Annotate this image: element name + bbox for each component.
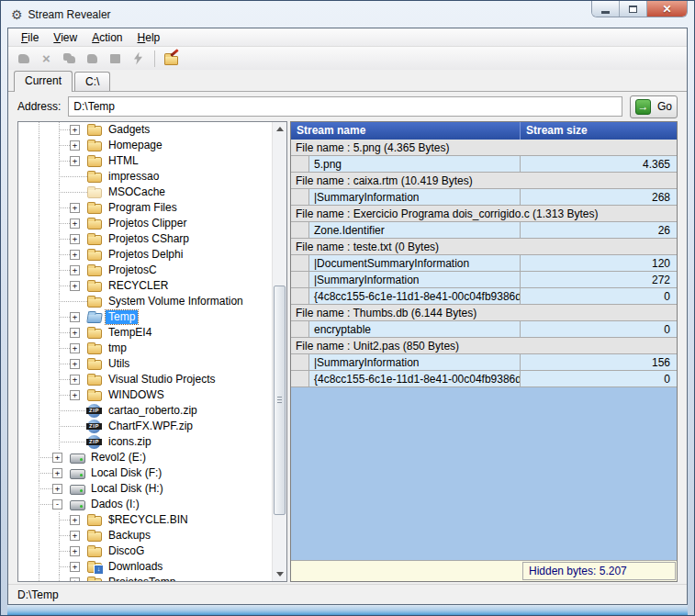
tree-item[interactable]: +TempEI4 <box>18 325 272 341</box>
tree-item[interactable]: cartao_roberto.zip <box>18 403 272 419</box>
menu-view[interactable]: View <box>46 29 84 46</box>
expand-toggle[interactable]: + <box>70 218 80 229</box>
tree-item[interactable]: +Revol2 (E:) <box>18 450 272 465</box>
title-bar[interactable]: ⚙ Stream Revealer ✕ <box>7 1 688 28</box>
tree-guide-line <box>59 223 70 224</box>
stream-row[interactable]: |DocumentSummaryInformation120 <box>291 255 677 272</box>
expand-toggle[interactable]: + <box>70 359 80 369</box>
stream-row[interactable]: {4c8cc155-6c1e-11d1-8e41-00c04fb9386d}0 <box>291 288 677 305</box>
expand-toggle[interactable]: - <box>52 499 62 510</box>
tree-item[interactable]: ChartFX.WPF.zip <box>18 419 272 434</box>
stream-name-cell: {4c8cc155-6c1e-11d1-8e41-00c04fb9386d} <box>309 288 521 304</box>
expand-toggle[interactable]: + <box>70 375 80 385</box>
tree-item[interactable]: +Downloads <box>18 559 272 575</box>
expand-toggle[interactable]: + <box>70 390 80 400</box>
save-button[interactable] <box>105 49 126 69</box>
expand-toggle[interactable]: + <box>70 250 80 260</box>
tree-item[interactable]: +Local Disk (F:) <box>18 465 272 481</box>
tree-item[interactable]: +$RECYCLE.BIN <box>18 512 272 528</box>
tree-scrollbar[interactable] <box>272 122 286 581</box>
tree-item[interactable]: MSOCache <box>18 185 272 200</box>
tree-guide-line <box>59 348 70 349</box>
tree-item-label: ChartFX.WPF.zip <box>106 420 196 433</box>
tree-item[interactable]: System Volume Information <box>18 294 272 309</box>
stream-row[interactable]: 5.png4.365 <box>291 156 677 173</box>
tree-item[interactable]: +Projetos Clipper <box>18 216 272 231</box>
expand-toggle[interactable]: + <box>52 484 62 494</box>
stream-row[interactable]: |SummaryInformation156 <box>291 354 677 371</box>
expand-toggle[interactable]: + <box>52 453 62 463</box>
expand-toggle[interactable]: + <box>52 468 62 478</box>
tree-item[interactable]: +Gadgets <box>18 122 272 138</box>
maximize-button[interactable] <box>620 1 647 17</box>
expand-toggle[interactable]: + <box>70 562 80 572</box>
expand-toggle[interactable]: + <box>70 265 80 275</box>
expand-toggle[interactable]: + <box>70 531 80 541</box>
menu-file[interactable]: File <box>14 29 46 46</box>
expand-toggle[interactable]: + <box>70 515 80 525</box>
tree-item[interactable]: +Homepage <box>18 138 272 153</box>
tree-guide-line <box>59 426 87 427</box>
folder-icon <box>87 173 102 183</box>
paste-button[interactable] <box>82 49 103 69</box>
copy-button[interactable] <box>59 49 80 69</box>
expand-toggle[interactable]: + <box>70 312 80 322</box>
close-button[interactable]: ✕ <box>647 1 687 17</box>
menu-action[interactable]: Action <box>84 29 129 46</box>
zip-icon <box>87 404 101 418</box>
address-input[interactable] <box>68 96 622 117</box>
tree-item-label: Utils <box>106 357 132 371</box>
tree-item[interactable]: +ProjetosTemp <box>18 575 272 581</box>
tree-item[interactable]: +Temp <box>18 309 272 325</box>
tree-guide-line <box>59 364 70 364</box>
tree-item[interactable]: +Program Files <box>18 200 272 216</box>
column-header-stream-name[interactable]: Stream name <box>291 122 521 140</box>
tree-item[interactable]: +Visual Studio Projects <box>18 372 272 387</box>
expand-toggle[interactable]: + <box>70 125 80 135</box>
tree-item[interactable]: icons.zip <box>18 434 272 450</box>
tree-item[interactable]: +DiscoG <box>18 543 272 559</box>
expand-toggle[interactable]: + <box>70 577 80 581</box>
tree-item[interactable]: +HTML <box>18 153 272 169</box>
tree-item[interactable]: +Backups <box>18 528 272 543</box>
expand-toggle[interactable]: + <box>70 546 80 556</box>
scrollbar-thumb[interactable] <box>274 286 286 515</box>
open-button[interactable] <box>13 49 34 69</box>
scroll-down-button[interactable] <box>273 567 286 581</box>
expand-toggle[interactable]: + <box>70 156 80 166</box>
tree-item[interactable]: +Local Disk (H:) <box>18 481 272 497</box>
tree-item[interactable]: +ProjetosC <box>18 263 272 278</box>
delete-button[interactable]: × <box>36 49 57 69</box>
expand-toggle[interactable]: + <box>70 140 80 151</box>
tree-item[interactable]: +tmp <box>18 341 272 356</box>
expand-toggle[interactable]: + <box>70 343 80 353</box>
hidden-bytes-value: Hidden bytes: 5.207 <box>522 562 676 580</box>
stream-row[interactable]: |SummaryInformation272 <box>291 272 677 288</box>
stream-row[interactable]: |SummaryInformation268 <box>291 189 677 206</box>
stream-row[interactable]: encryptable0 <box>291 321 677 338</box>
expand-toggle[interactable]: + <box>70 203 80 213</box>
stream-row[interactable]: Zone.Identifier26 <box>291 222 677 239</box>
expand-toggle[interactable]: + <box>70 234 80 244</box>
select-folder-button[interactable] <box>161 49 182 69</box>
tree-item[interactable]: +RECYCLER <box>18 278 272 294</box>
tree-item[interactable]: +Projetos Delphi <box>18 247 272 263</box>
scroll-up-button[interactable] <box>273 122 286 136</box>
tree-item[interactable]: +Utils <box>18 356 272 372</box>
expand-toggle[interactable]: + <box>70 281 80 291</box>
go-button[interactable]: → Go <box>630 95 678 118</box>
column-header-stream-size[interactable]: Stream size <box>521 122 677 140</box>
tab-c-drive[interactable]: C:\ <box>74 72 110 91</box>
tree-item[interactable]: -Dados (I:) <box>18 497 272 512</box>
tree-item[interactable]: impressao <box>18 169 272 185</box>
tree-guide-line <box>39 247 39 263</box>
expand-toggle[interactable]: + <box>70 328 80 338</box>
menu-help[interactable]: Help <box>130 29 168 46</box>
tree-item[interactable]: +WINDOWS <box>18 387 272 403</box>
tree-item-label: Projetos CSharp <box>106 232 192 246</box>
stream-row[interactable]: {4c8cc155-6c1e-11d1-8e41-00c04fb9386d}0 <box>291 371 677 387</box>
tab-current[interactable]: Current <box>14 71 73 92</box>
scan-button[interactable] <box>128 49 149 69</box>
minimize-button[interactable] <box>592 1 620 17</box>
tree-item[interactable]: +Projetos CSharp <box>18 231 272 247</box>
